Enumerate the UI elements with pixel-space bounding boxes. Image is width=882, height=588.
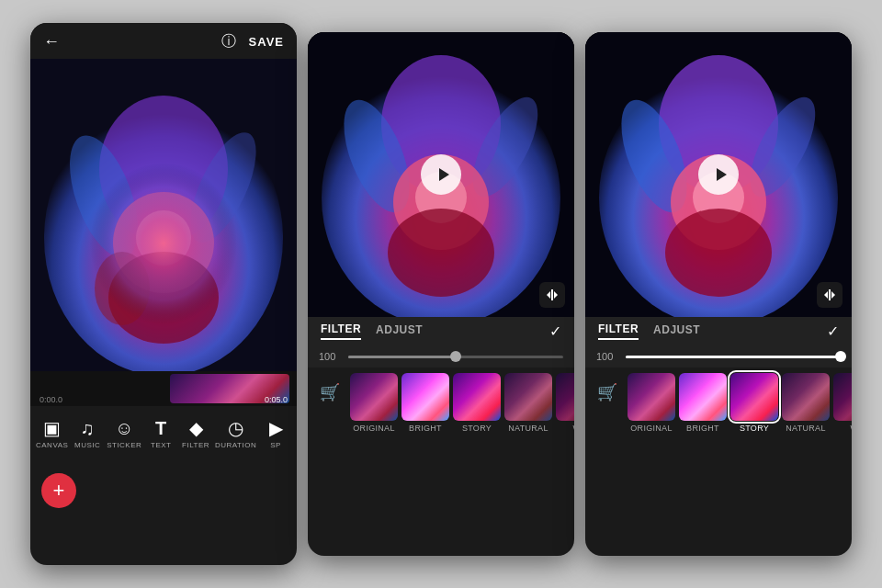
filter-bright-label-3: BRIGHT <box>686 424 719 433</box>
sp-label: SP <box>270 441 281 449</box>
filter-natural-thumb <box>504 373 552 421</box>
confirm-button[interactable]: ✓ <box>549 322 561 340</box>
filter-wa[interactable]: WA <box>556 373 574 433</box>
filter-wa-label: WA <box>573 424 574 433</box>
compare-button[interactable] <box>539 282 565 308</box>
filter-bright-label: BRIGHT <box>409 424 442 433</box>
filter-bright-thumb-3 <box>679 373 727 421</box>
toolbar-filter[interactable]: ◆ FILTER <box>178 413 213 453</box>
text-label: TEXT <box>151 441 171 449</box>
toolbar-text[interactable]: T TEXT <box>143 414 178 453</box>
phone3-filter-tabs: FILTER ADJUST ✓ <box>585 317 852 345</box>
filter-icon: ◆ <box>189 417 203 439</box>
compare-icon-3 <box>822 288 837 302</box>
svg-marker-20 <box>547 291 550 299</box>
filter-natural-3[interactable]: NATURAL <box>782 373 830 433</box>
filter-bright-3[interactable]: BRIGHT <box>679 373 727 433</box>
phone2-slider-row: 100 <box>308 345 574 368</box>
slider-thumb[interactable] <box>450 351 461 362</box>
svg-marker-18 <box>439 168 449 181</box>
timeline-time-left: 0:00.0 <box>40 395 62 404</box>
filter-story-thumb <box>453 373 501 421</box>
svg-rect-31 <box>829 289 831 300</box>
timeline-time-right: 0:05.0 <box>265 395 288 404</box>
fab-add-button[interactable]: + <box>41 473 76 508</box>
store-button[interactable]: 🛒 <box>313 373 346 402</box>
toolbar-canvas[interactable]: ▣ CANVAS <box>34 413 70 453</box>
confirm-button-3[interactable]: ✓ <box>827 322 839 340</box>
svg-marker-33 <box>831 291 835 299</box>
slider-value: 100 <box>319 351 341 362</box>
phone2-canvas <box>308 32 574 317</box>
explosion-visual <box>30 59 297 371</box>
play-button-3[interactable] <box>698 154 739 195</box>
header-right: ⓘ SAVE <box>221 32 284 51</box>
svg-marker-30 <box>717 168 727 181</box>
filter-natural-thumb-3 <box>782 373 830 421</box>
slider-track[interactable] <box>348 356 563 358</box>
filter-story-thumb-3 <box>730 373 778 421</box>
filter-wa-3[interactable]: WA <box>833 373 852 433</box>
filter-original-label-3: ORIGINAL <box>630 424 672 433</box>
phone-1: ← ⓘ SAVE <box>30 23 297 565</box>
slider-fill-3 <box>626 356 841 358</box>
filter-story-3[interactable]: STORY <box>730 373 778 433</box>
store-button-3[interactable]: 🛒 <box>591 373 624 402</box>
toolbar-sp[interactable]: ▶ SP <box>258 413 293 453</box>
filter-natural-label: NATURAL <box>508 424 548 433</box>
duration-label: DURATION <box>215 441 256 449</box>
filter-story-label-3: STORY <box>740 424 769 433</box>
compare-button-3[interactable] <box>817 282 842 308</box>
play-button[interactable] <box>421 154 461 195</box>
slider-fill <box>348 356 456 358</box>
sticker-label: STICKER <box>107 441 141 449</box>
filter-original-3[interactable]: ORIGINAL <box>628 373 675 433</box>
sticker-icon: ☺ <box>115 418 133 439</box>
play-icon <box>435 166 451 183</box>
toolbar-music[interactable]: ♫ MUSIC <box>70 414 105 453</box>
toolbar-sticker[interactable]: ☺ STICKER <box>105 414 143 453</box>
filter-tab[interactable]: FILTER <box>321 322 361 340</box>
filter-original-thumb-3 <box>628 373 675 421</box>
slider-value-3: 100 <box>596 351 618 362</box>
svg-marker-21 <box>554 291 558 299</box>
slider-track-3[interactable] <box>626 356 841 358</box>
canvas-icon: ▣ <box>43 417 61 439</box>
back-icon[interactable]: ← <box>43 32 60 51</box>
filter-original-thumb <box>350 373 398 421</box>
adjust-tab-3[interactable]: ADJUST <box>653 323 700 339</box>
toolbar-duration[interactable]: ◷ DURATION <box>213 413 258 453</box>
play-icon-3 <box>712 166 729 183</box>
filter-bright-thumb <box>401 373 449 421</box>
filter-original[interactable]: ORIGINAL <box>350 373 398 433</box>
filter-story[interactable]: STORY <box>453 373 501 433</box>
phone3-filter-strip: 🛒 ORIGINAL BRIGHT STORY NATURAL <box>585 368 852 438</box>
filter-natural-label-3: NATURAL <box>786 424 825 433</box>
music-label: MUSIC <box>74 441 100 449</box>
phone2-filter-strip: 🛒 ORIGINAL BRIGHT STORY NATURAL <box>308 368 574 438</box>
filter-wa-thumb <box>556 373 574 421</box>
phone1-header: ← ⓘ SAVE <box>30 23 297 59</box>
toolbar: ▣ CANVAS ♫ MUSIC ☺ STICKER T TEXT ◆ FILT… <box>30 406 297 457</box>
help-icon[interactable]: ⓘ <box>221 32 236 51</box>
phone-2: FILTER ADJUST ✓ 100 🛒 ORIGINAL BRIGHT <box>308 32 574 556</box>
canvas-area <box>30 59 297 371</box>
slider-thumb-3[interactable] <box>835 351 846 362</box>
filter-tab-3[interactable]: FILTER <box>598 322 639 340</box>
filter-wa-label-3: WA <box>851 424 852 433</box>
svg-point-29 <box>665 209 772 297</box>
bag-icon-3: 🛒 <box>597 382 617 402</box>
phone-3: FILTER ADJUST ✓ 100 🛒 ORIGINAL BRIGHT <box>585 32 852 556</box>
svg-point-9 <box>72 132 255 334</box>
filter-story-label: STORY <box>462 424 492 433</box>
save-button[interactable]: SAVE <box>249 35 284 49</box>
adjust-tab[interactable]: ADJUST <box>376 323 423 339</box>
filter-bright[interactable]: BRIGHT <box>401 373 449 433</box>
filter-label: FILTER <box>182 441 209 449</box>
compare-icon <box>545 288 560 302</box>
filter-wa-thumb-3 <box>833 373 852 421</box>
filter-natural[interactable]: NATURAL <box>504 373 552 433</box>
svg-point-17 <box>388 209 494 297</box>
sp-icon: ▶ <box>269 417 283 439</box>
svg-rect-19 <box>551 289 553 300</box>
